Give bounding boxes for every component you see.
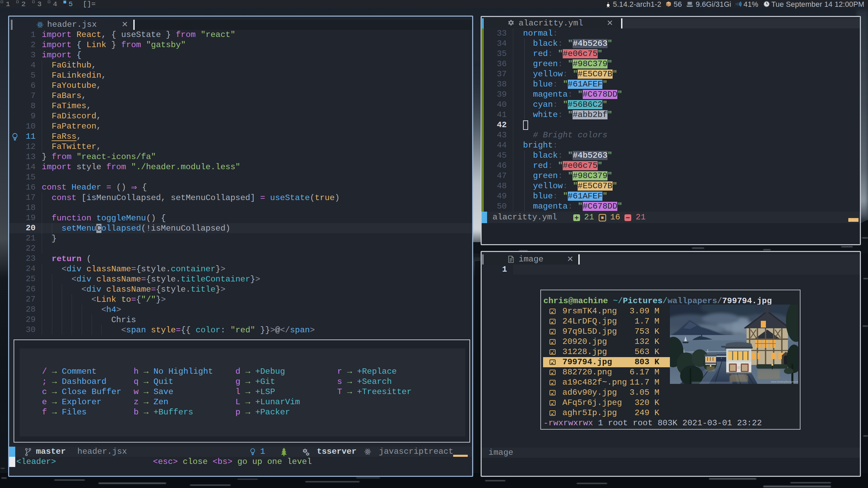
svg-text:www.DesktopBackground.org: www.DesktopBackground.org — [771, 380, 798, 383]
